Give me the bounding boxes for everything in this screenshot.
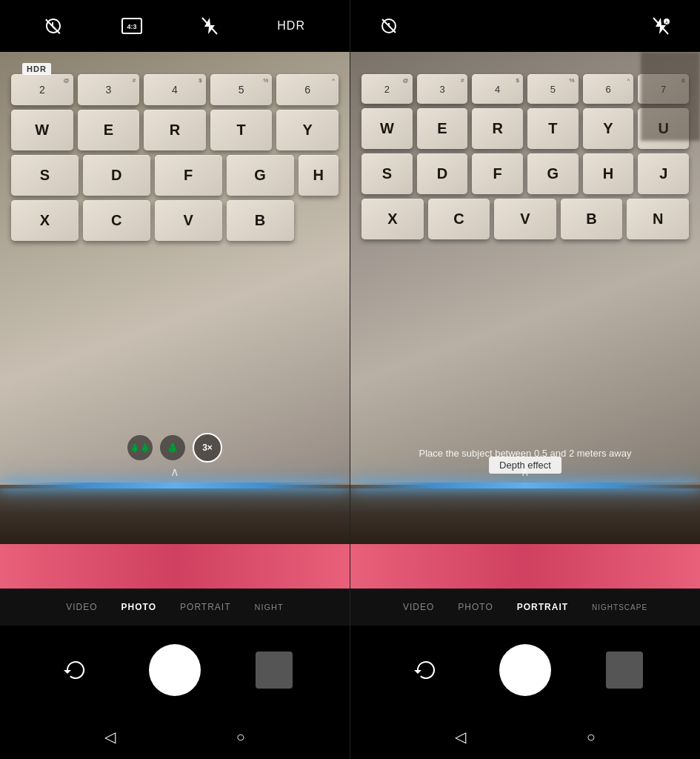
key-t-r: T <box>527 108 579 149</box>
key-y: Y <box>276 110 339 150</box>
flash-auto-icon-right[interactable]: A <box>653 17 670 35</box>
tab-photo-right[interactable]: PHOTO <box>446 589 504 626</box>
tab-video-right[interactable]: VIDEO <box>391 589 446 626</box>
key-t: T <box>210 110 273 150</box>
key-v: V <box>155 200 222 241</box>
key-at-2: @ 2 <box>11 74 73 105</box>
swipe-up-right: ∧ <box>521 465 530 479</box>
right-phone-panel: A @ 2 # 3 <box>350 0 700 759</box>
key-n-r: N <box>627 199 689 239</box>
thumbnail-left[interactable] <box>256 652 293 689</box>
key-d-r: D <box>417 153 468 194</box>
camera-rotate-button-right[interactable] <box>407 652 444 689</box>
key-d: D <box>83 155 150 196</box>
key-b: B <box>227 200 294 241</box>
right-top-bar: A <box>350 0 700 52</box>
hdr-label-left[interactable]: HDR <box>277 19 305 33</box>
key-at-2-r: @ 2 <box>361 74 413 104</box>
shutter-button-right[interactable] <box>499 644 551 696</box>
left-mode-tabs: VIDEO PHOTO PORTRAIT NIGHT <box>0 589 350 626</box>
zoom-tree-small[interactable]: 🌲🌲 <box>127 435 153 460</box>
tab-nightscape-right[interactable]: NIGHTSCAPE <box>580 589 659 626</box>
key-b-r: B <box>561 199 623 239</box>
key-percent-5-r: % 5 <box>527 74 579 104</box>
thumbnail-right[interactable] <box>606 652 643 689</box>
left-top-bar: 4:3 HDR <box>0 0 350 52</box>
svg-text:4:3: 4:3 <box>127 23 137 30</box>
key-hash-3: # 3 <box>78 74 140 105</box>
home-button-right[interactable]: ○ <box>587 729 596 746</box>
zoom-controls: 🌲🌲 🌲 3× <box>127 433 222 463</box>
key-c-r: C <box>428 199 490 239</box>
key-f: F <box>155 155 222 196</box>
key-e: E <box>78 110 140 150</box>
key-v-r: V <box>494 199 556 239</box>
key-x: X <box>11 200 79 241</box>
key-j-r: J <box>638 153 689 194</box>
camera-rotate-button-left[interactable] <box>57 652 94 689</box>
aspect-ratio-icon[interactable]: 4:3 <box>121 18 142 34</box>
home-button-left[interactable]: ○ <box>236 729 245 746</box>
key-g: G <box>227 155 294 196</box>
back-button-left[interactable]: ◁ <box>104 728 116 746</box>
timer-off-icon-right[interactable] <box>380 17 398 35</box>
hdr-badge: HDR <box>22 63 51 75</box>
key-r-r: R <box>472 108 523 149</box>
left-nav-bar: ◁ ○ <box>0 715 350 759</box>
key-r: R <box>144 110 206 150</box>
key-w: W <box>11 110 73 150</box>
left-phone-panel: 4:3 HDR @ 2 <box>0 0 350 759</box>
left-viewfinder: @ 2 # 3 $ 4 % 5 <box>0 52 350 589</box>
key-caret-6: ^ 6 <box>276 74 339 105</box>
right-mode-tabs: VIDEO PHOTO PORTRAIT NIGHTSCAPE <box>350 589 700 626</box>
shutter-button-left[interactable] <box>149 644 201 696</box>
key-e-r: E <box>417 108 468 149</box>
tab-photo-left[interactable]: PHOTO <box>110 589 168 626</box>
key-percent-5: % 5 <box>210 74 273 105</box>
key-f-r: F <box>472 153 523 194</box>
key-c: C <box>83 200 150 241</box>
zoom-tree-large[interactable]: 🌲 <box>160 435 185 460</box>
tab-portrait-left[interactable]: PORTRAIT <box>168 589 242 626</box>
timer-off-icon-left[interactable] <box>44 17 62 35</box>
tab-night-left[interactable]: NIGHT <box>243 589 296 626</box>
right-viewfinder: @ 2 # 3 $ 4 % 5 <box>350 52 700 589</box>
key-h-r: H <box>583 153 634 194</box>
key-caret-6-r: ^ 6 <box>583 74 634 104</box>
tab-video-left[interactable]: VIDEO <box>54 589 109 626</box>
key-hash-3-r: # 3 <box>417 74 468 104</box>
key-x-r: X <box>361 199 424 239</box>
back-button-right[interactable]: ◁ <box>455 728 466 746</box>
key-h: H <box>299 155 339 196</box>
key-g-r: G <box>527 153 579 194</box>
key-s: S <box>11 155 79 196</box>
right-nav-bar: ◁ ○ <box>350 715 700 759</box>
key-dollar-4: $ 4 <box>144 74 206 105</box>
flash-off-icon-left[interactable] <box>201 17 218 35</box>
key-y-r: Y <box>583 108 634 149</box>
zoom-3x-button[interactable]: 3× <box>193 433 222 463</box>
key-w-r: W <box>361 108 413 149</box>
swipe-up-left: ∧ <box>170 465 179 479</box>
left-camera-controls <box>0 626 350 715</box>
tab-portrait-right[interactable]: PORTRAIT <box>505 589 580 626</box>
key-dollar-4-r: $ 4 <box>472 74 523 104</box>
key-s-r: S <box>361 153 413 194</box>
right-camera-controls <box>350 626 700 715</box>
